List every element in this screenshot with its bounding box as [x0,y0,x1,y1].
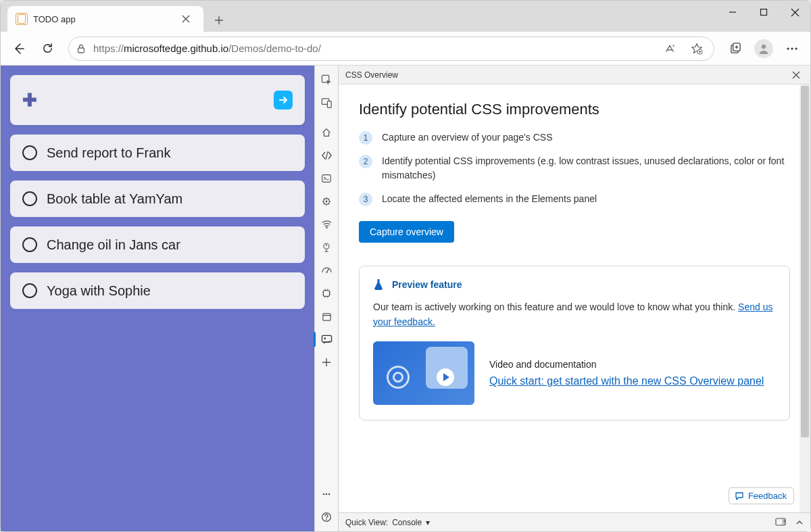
capture-overview-button[interactable]: Capture overview [359,221,454,243]
submit-task-button[interactable] [274,91,293,110]
more-tools-icon[interactable] [316,352,337,372]
favorite-icon[interactable] [687,39,707,59]
svg-point-21 [324,337,326,339]
radio-icon[interactable] [22,145,37,160]
refresh-button[interactable] [34,36,60,62]
step-text: Identify potential CSS improvements (e.g… [382,154,790,183]
step-number: 3 [359,193,372,206]
close-panel-button[interactable] [789,68,804,82]
titlebar: TODO app [1,1,810,32]
collections-icon[interactable] [722,36,748,62]
svg-point-7 [791,47,793,49]
panel-body: Identify potential CSS improvements 1Cap… [339,84,810,512]
todo-item[interactable]: Yoga with Sophie [10,272,305,309]
more-menu-button[interactable] [779,36,805,62]
help-icon[interactable] [316,507,337,527]
panel-header: CSS Overview [339,66,810,84]
lock-icon [76,43,87,54]
todo-item[interactable]: Change oil in Jans car [10,226,305,263]
more-options-icon[interactable] [316,484,337,504]
network-icon[interactable] [316,214,337,235]
todo-item-label: Change oil in Jans car [47,237,180,253]
todo-item[interactable]: Send report to Frank [10,135,305,171]
svg-point-15 [326,226,327,228]
svg-point-26 [326,519,327,521]
scrollbar-thumb[interactable] [801,86,809,437]
browser-toolbar: https://microsoftedge.github.io/Demos/de… [1,32,810,66]
read-aloud-icon[interactable] [660,39,680,59]
feedback-button[interactable]: Feedback [729,487,794,504]
chat-icon [735,491,744,501]
svg-point-14 [326,201,328,203]
add-task-card[interactable]: ✚ [10,75,305,125]
quick-start-link[interactable]: Quick start: get started with the new CS… [489,375,764,387]
svg-point-5 [762,44,766,48]
media-row: Video and documentation Quick start: get… [373,341,776,405]
avatar-icon [754,39,773,58]
clipboard-icon [16,13,28,25]
device-emulation-icon[interactable] [316,93,337,113]
window-controls [717,1,810,32]
new-tab-button[interactable] [207,9,230,32]
preview-text: Our team is actively working on this fea… [373,300,776,329]
svg-rect-18 [324,291,330,297]
preview-title: Preview feature [392,279,462,290]
svg-point-6 [787,47,789,49]
svg-point-24 [328,493,330,495]
todo-item-label: Send report to Frank [47,145,170,161]
close-window-button[interactable] [779,1,810,24]
back-button[interactable] [6,36,32,62]
css-overview-icon[interactable] [316,329,337,349]
step-number: 2 [359,155,372,168]
chevron-up-icon[interactable] [795,519,804,526]
close-tab-button[interactable] [178,11,194,27]
inspect-icon[interactable] [316,70,337,90]
url-text: https://microsoftedge.github.io/Demos/de… [93,43,653,54]
minimize-button[interactable] [717,1,748,24]
radio-icon[interactable] [22,191,37,206]
panel-heading: Identify potential CSS improvements [359,101,790,118]
memory-icon[interactable] [316,260,337,281]
quick-view-value[interactable]: Console [392,518,422,527]
step-text: Locate the affected elements in the Elem… [382,192,597,206]
radio-icon[interactable] [22,237,37,252]
svg-rect-0 [761,9,767,16]
devtools-activity-bar [314,66,339,531]
css-overview-panel: CSS Overview Identify potential CSS impr… [339,66,810,531]
video-thumbnail[interactable] [373,341,474,405]
welcome-icon[interactable] [316,122,337,143]
todo-item[interactable]: Book table at YamYam [10,180,305,217]
flask-icon [373,279,384,291]
radio-icon[interactable] [22,283,37,298]
sources-icon[interactable] [316,191,337,212]
preview-feature-card: Preview feature Our team is actively wor… [359,266,790,420]
dock-icon[interactable] [775,518,786,527]
browser-tab[interactable]: TODO app [7,6,203,32]
elements-icon[interactable] [316,145,337,166]
svg-point-22 [323,493,325,495]
todo-item-label: Yoga with Sophie [47,283,151,299]
todo-item-label: Book table at YamYam [47,191,182,207]
console-icon[interactable] [316,168,337,189]
step-text: Capture an overview of your page's CSS [382,130,552,145]
quick-view-label: Quick View: [345,518,388,527]
svg-rect-19 [322,313,330,320]
steps-list: 1Capture an overview of your page's CSS … [359,130,790,206]
step-item: 3Locate the affected elements in the Ele… [359,192,790,206]
profile-button[interactable] [751,36,777,62]
step-item: 1Capture an overview of your page's CSS [359,130,790,145]
svg-rect-20 [322,335,331,341]
tab-title: TODO app [33,14,172,24]
performance-icon[interactable] [316,237,337,258]
maximize-button[interactable] [748,1,779,24]
plus-icon: ✚ [22,90,37,111]
svg-rect-11 [327,101,331,107]
panel-title: CSS Overview [345,70,398,80]
doc-heading: Video and documentation [489,359,764,370]
address-bar[interactable]: https://microsoftedge.github.io/Demos/de… [68,37,714,61]
preview-title-row: Preview feature [373,279,776,291]
application-icon[interactable] [316,283,337,304]
svg-rect-1 [78,48,84,53]
calendar-icon[interactable] [316,306,337,327]
chevron-down-icon[interactable]: ▾ [426,518,430,527]
